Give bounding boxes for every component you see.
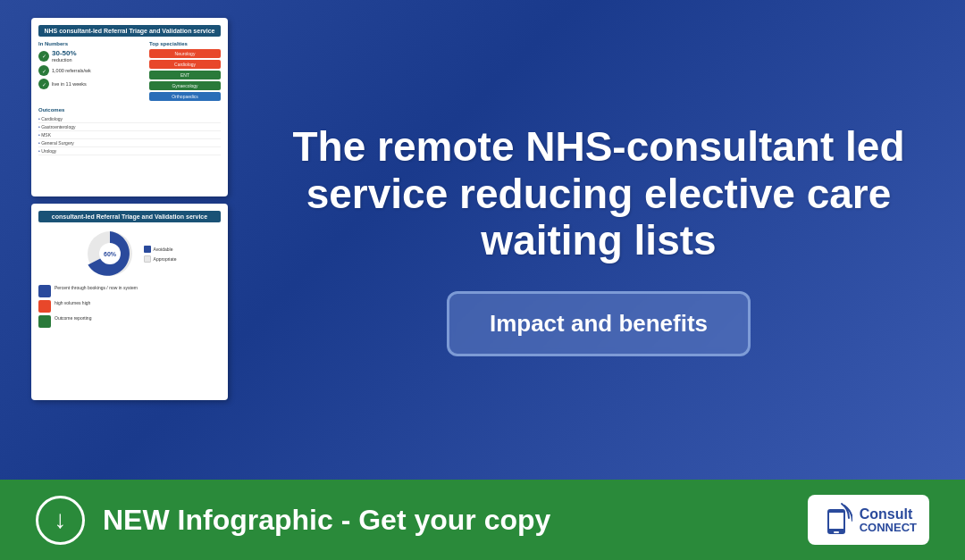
card1-title: NHS consultant-led Referral Triage and V… xyxy=(44,28,214,34)
pie-chart-area: 60% Avoidable Appropriate xyxy=(38,227,221,280)
bottom-cta-text: NEW Infographic - Get your copy xyxy=(103,504,550,537)
card1-outcomes-label: Outcomes xyxy=(38,107,221,113)
specialty-ent: ENT xyxy=(149,71,221,79)
card2-title: consultant-led Referral Triage and Valid… xyxy=(52,213,207,220)
stat-icon-2: ✓ xyxy=(38,65,49,76)
outcome-item-2: Gastroenterology xyxy=(38,123,221,131)
card1-header: NHS consultant-led Referral Triage and V… xyxy=(38,25,221,37)
card1-stat-1: ✓ 30-50% reduction xyxy=(38,49,146,63)
card2-row-3: Outcome reporting xyxy=(38,315,221,328)
specialty-ortho: Orthopaedics xyxy=(149,92,221,101)
svg-rect-5 xyxy=(834,531,839,533)
logo-phone-icon xyxy=(820,502,852,538)
outcome-item-5: Urology xyxy=(38,147,221,155)
logo-text-group: Consult CONNECT xyxy=(860,507,917,533)
card2-text-2: high volumes high xyxy=(55,300,90,306)
logo-text-main: Consult xyxy=(860,507,917,522)
outcome-item-1: Cardiology xyxy=(38,115,221,123)
card2-row-2: high volumes high xyxy=(38,300,221,313)
outcome-item-4: General Surgery xyxy=(38,139,221,147)
card2-text-3: Outcome reporting xyxy=(55,315,91,322)
bottom-bar: ↓ NEW Infographic - Get your copy Consul… xyxy=(0,480,965,560)
card2-row-1: Percent through bookings / now in system xyxy=(38,285,221,297)
stat-text-2: 1,000 referrals/wk xyxy=(52,68,91,73)
infographic-card-2: consultant-led Referral Triage and Valid… xyxy=(31,204,228,400)
card2-content: Percent through bookings / now in system… xyxy=(38,285,221,328)
svg-text:60%: 60% xyxy=(104,251,117,257)
card2-header: consultant-led Referral Triage and Valid… xyxy=(38,211,221,222)
content-area: The remote NHS-consultant led service re… xyxy=(250,0,965,480)
main-section: NHS consultant-led Referral Triage and V… xyxy=(0,0,965,480)
card1-outcomes-list: Cardiology Gastroenterology MSK General … xyxy=(38,115,221,155)
cta-impact-button[interactable]: Impact and benefits xyxy=(447,291,751,356)
infographic-panel: NHS consultant-led Referral Triage and V… xyxy=(0,0,250,480)
card1-outcomes: Outcomes Cardiology Gastroenterology MSK… xyxy=(38,107,221,155)
logo-area: Consult CONNECT xyxy=(808,495,929,545)
bottom-left-group: ↓ NEW Infographic - Get your copy xyxy=(36,496,550,545)
download-icon: ↓ xyxy=(55,506,67,534)
infographic-card-1: NHS consultant-led Referral Triage and V… xyxy=(31,18,228,196)
card1-specialties-label: Top specialties xyxy=(149,41,221,46)
specialty-neurology: Neurology xyxy=(149,49,221,58)
pie-chart: 60% xyxy=(83,227,137,280)
card2-icon-1 xyxy=(38,285,51,297)
card1-numbers-label: In Numbers xyxy=(38,41,146,46)
stat-icon-3: ✓ xyxy=(38,79,49,89)
card1-stat-2: ✓ 1,000 referrals/wk xyxy=(38,65,146,76)
stat-text-1: reduction xyxy=(52,57,77,63)
outcome-item-3: MSK xyxy=(38,131,221,139)
card1-stat-3: ✓ live in 11 weeks xyxy=(38,79,146,89)
svg-rect-4 xyxy=(829,513,843,529)
stat-icon-1: ✓ xyxy=(38,51,49,62)
download-icon-circle: ↓ xyxy=(36,496,85,545)
page-headline: The remote NHS-consultant led service re… xyxy=(277,123,920,265)
logo-text-sub: CONNECT xyxy=(860,522,917,533)
card2-text-1: Percent through bookings / now in system xyxy=(55,285,138,291)
stat-text-3: live in 11 weeks xyxy=(52,81,87,87)
stat-number-1: 30-50% xyxy=(52,49,77,57)
specialty-gynecology: Gynaecology xyxy=(149,81,221,90)
page-wrapper: NHS consultant-led Referral Triage and V… xyxy=(0,0,965,560)
card2-icon-3 xyxy=(38,315,51,328)
specialty-cardiology: Cardiology xyxy=(149,60,221,69)
card2-icon-2 xyxy=(38,300,51,313)
